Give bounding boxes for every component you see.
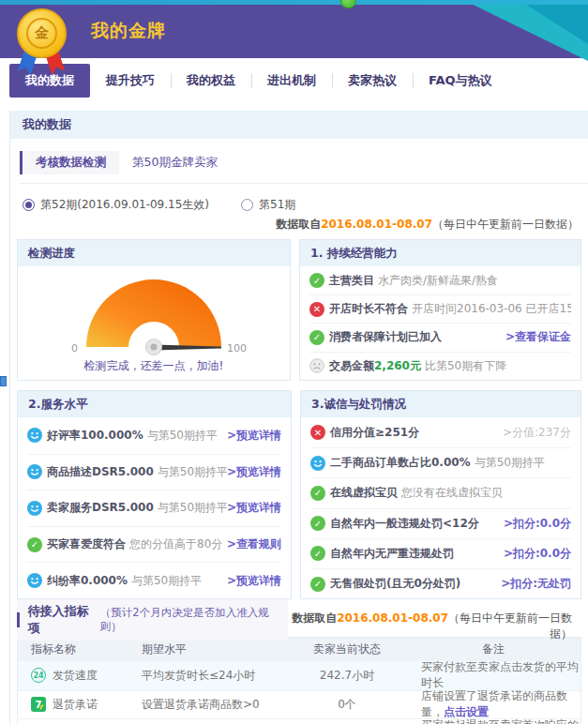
table-row-refund-duration: ￥ 退款时长 平均响应时长≤24小时 0.0小时 买家发起退款至卖家首次响应的平… <box>18 718 580 724</box>
return-7-icon: 7 <box>31 697 46 712</box>
data-source-note: 数据取自2016.08.01-08.07（每日中午更新前一日数据） <box>10 217 588 235</box>
preview-detail-link[interactable]: >预览详情 <box>227 573 281 589</box>
integrity-row-secondhand: 二手商品订单数占比0.00% 与第50期持平 <box>310 447 571 477</box>
col-header-metric-name: 指标名称 <box>18 641 142 657</box>
tab-entry-exit-rules[interactable]: 进出机制 <box>251 64 332 98</box>
check-icon: ✓ <box>309 330 324 345</box>
data-source-date: 2016.08.01-08.07 <box>321 218 432 231</box>
view-deposit-link[interactable]: >查看保证金 <box>505 329 571 345</box>
cross-icon: ✕ <box>309 302 324 317</box>
tab-faq[interactable]: FAQ与热议 <box>413 64 508 98</box>
pending-title: 待接入指标项 <box>28 603 97 637</box>
gauge-caption: 检测完成，还差一点，加油! <box>84 358 224 374</box>
integrity-row-general-violation: ✓ 自然年内一般违规处罚<12分 >扣分:0.0分 <box>310 508 571 538</box>
ability-row-shop-age: ✕ 开店时长不符合 开店时间2016-03-06 已开店156天 <box>309 294 571 323</box>
gauge-max-label: 100 <box>227 342 247 354</box>
panel-integrity-title: 3.诚信与处罚情况 <box>301 391 580 417</box>
smile-icon <box>310 456 325 471</box>
integrity-row-serious-violation: ✓ 自然年内无严重违规处罚 >扣分:0.0分 <box>310 538 571 568</box>
cross-icon: ✕ <box>310 425 325 440</box>
panels-row-2: 2.服务水平 好评率100.000% 与第50期持平 >预览详情 商品 <box>17 390 581 599</box>
preview-detail-link[interactable]: >预览详情 <box>227 500 281 516</box>
panel-progress-title: 检测进度 <box>18 240 290 266</box>
panel-service: 2.服务水平 好评率100.000% 与第50期持平 >预览详情 商品 <box>17 390 292 599</box>
nav-tabbar: 我的数据 提升技巧 我的权益 进出机制 卖家热议 FAQ与热议 <box>0 58 588 103</box>
panel-ability: 1. 持续经营能力 ✓ 主营类目 水产肉类/新鲜蔬果/熟食 ✕ 开店时长不符合 <box>299 239 581 381</box>
subtab-period-50-sellers[interactable]: 第50期金牌卖家 <box>119 151 231 174</box>
pending-section-header: 待接入指标项 （预计2个月内决定是否加入准入规则） 数据取自2016.08.01… <box>17 608 581 632</box>
panels-row-1: 检测进度 0 <box>17 239 581 381</box>
panel-progress: 检测进度 0 <box>17 239 291 381</box>
gold-medal-icon: 金 <box>15 8 69 83</box>
integrity-row-virtual-items: ✓ 在线虚拟宝贝 您没有在线虚拟宝贝 <box>310 477 571 507</box>
top-accent-strip <box>0 0 588 5</box>
check-icon: ✓ <box>310 486 325 501</box>
page-title: 我的金牌 <box>91 19 166 43</box>
check-icon: ✓ <box>310 516 325 531</box>
gauge-min-label: 0 <box>71 342 78 354</box>
main-content: 我的数据 考核数据检测 第50期金牌卖家 第52期(2016.09.01-09.… <box>9 111 588 724</box>
panel-integrity: 3.诚信与处罚情况 ✕ 信用分值≥251分 >分值:237分 二手商品订单数占比… <box>300 390 581 599</box>
neutral-face-icon <box>309 358 324 373</box>
deduction-points-link[interactable]: >扣分:无处罚 <box>501 576 571 592</box>
tab-seller-discussion[interactable]: 卖家热议 <box>332 64 413 98</box>
scroll-marker <box>0 376 7 386</box>
title-accent-bar <box>17 612 20 627</box>
radio-period-51[interactable]: 第51期 <box>241 197 295 213</box>
section-title-my-data: 我的数据 <box>10 111 588 139</box>
page-header: 金 我的金牌 <box>0 5 588 58</box>
smile-icon <box>27 464 42 479</box>
ability-row-category: ✓ 主营类目 水产肉类/新鲜蔬果/熟食 <box>309 266 571 294</box>
service-row-buyer-favor: ✓ 买家喜爱度符合 您的分值高于80分 >查看规则 <box>27 526 281 563</box>
radio-selected-icon <box>23 199 35 211</box>
deduction-points-link[interactable]: >扣分:0.0分 <box>504 516 571 532</box>
check-icon: ✓ <box>27 537 42 552</box>
ability-row-consumer-protection: ✓ 消费者保障计划已加入 >查看保证金 <box>309 323 571 351</box>
deduction-points-link[interactable]: >扣分:0.0分 <box>504 546 571 562</box>
service-row-dispute-rate: 纠纷率0.000% 与第50期持平 >预览详情 <box>27 562 281 598</box>
col-header-remark: 备注 <box>406 641 580 657</box>
preview-detail-link[interactable]: >预览详情 <box>227 464 281 480</box>
gauge-chart: 0 100 <box>60 272 248 356</box>
medal-coin: 金 <box>17 8 67 58</box>
col-header-expected-level: 期望水平 <box>142 641 288 657</box>
check-icon: ✓ <box>310 546 325 561</box>
pending-metrics-table: 指标名称 期望水平 卖家当前状态 备注 24 发货速度 平均发货时长≤24小时 … <box>17 637 581 724</box>
trade-amount-value: 2,260元 <box>374 358 421 374</box>
data-source-note: 数据取自2016.08.01-08.07（每日中午更新前一日数据） <box>288 611 581 629</box>
smile-icon <box>27 573 42 588</box>
radio-unselected-icon <box>241 199 253 211</box>
subtab-assessment-check[interactable]: 考核数据检测 <box>20 151 119 174</box>
integrity-row-credit-score: ✕ 信用分值≥251分 >分值:237分 <box>310 417 571 447</box>
panel-service-title: 2.服务水平 <box>18 391 291 417</box>
table-row-return-promise: 7 退货承诺 设置退货承诺商品数>0 0个 店铺设置了退货承诺的商品数量，点击设… <box>18 690 580 719</box>
pending-note: （预计2个月内决定是否加入准入规则） <box>100 606 279 634</box>
credit-score-value: >分值:237分 <box>503 425 571 441</box>
integrity-row-counterfeit: ✓ 无售假处罚(且无0分处罚) >扣分:无处罚 <box>310 568 571 598</box>
check-icon: ✓ <box>310 577 325 592</box>
col-header-current-status: 卖家当前状态 <box>288 641 406 657</box>
period-selector: 第52期(2016.09.01-09.15生效) 第51期 <box>23 194 588 215</box>
progress-gauge: 0 100 检测完成，还差一点，加油! <box>18 266 290 380</box>
medal-coin-text: 金 <box>26 18 57 49</box>
table-row-shipping-speed: 24 发货速度 平均发货时长≤24小时 242.7小时 买家付款至卖家点击发货的… <box>18 661 580 690</box>
tab-improve-skills[interactable]: 提升技巧 <box>90 64 171 98</box>
service-row-item-dsr: 商品描述DSR5.000 与第50期持平 >预览详情 <box>27 454 281 490</box>
view-rules-link[interactable]: >查看规则 <box>227 536 281 552</box>
ability-row-trade-amount: 交易金额 2,260元 比第50期有下降 <box>309 352 571 380</box>
panel-ability-title: 1. 持续经营能力 <box>300 240 580 266</box>
table-header-row: 指标名称 期望水平 卖家当前状态 备注 <box>18 638 580 661</box>
service-row-seller-dsr: 卖家服务DSR5.000 与第50期持平 >预览详情 <box>27 490 281 526</box>
smile-icon <box>27 428 42 443</box>
data-source-date: 2016.08.01-08.07 <box>337 611 448 625</box>
radio-period-52[interactable]: 第52期(2016.09.01-09.15生效) <box>23 197 209 213</box>
preview-detail-link[interactable]: >预览详情 <box>227 428 281 444</box>
service-row-positive-rate: 好评率100.000% 与第50期持平 >预览详情 <box>27 417 281 454</box>
speed-24-icon: 24 <box>31 668 46 683</box>
check-icon: ✓ <box>309 273 324 288</box>
my-gold-medal-page: 金 我的金牌 我的数据 提升技巧 我的权益 进出机制 卖家热议 FAQ与热议 我… <box>0 0 588 724</box>
smile-icon <box>27 501 42 516</box>
subtab-bar: 考核数据检测 第50期金牌卖家 <box>20 151 588 184</box>
tab-my-benefits[interactable]: 我的权益 <box>171 64 251 98</box>
